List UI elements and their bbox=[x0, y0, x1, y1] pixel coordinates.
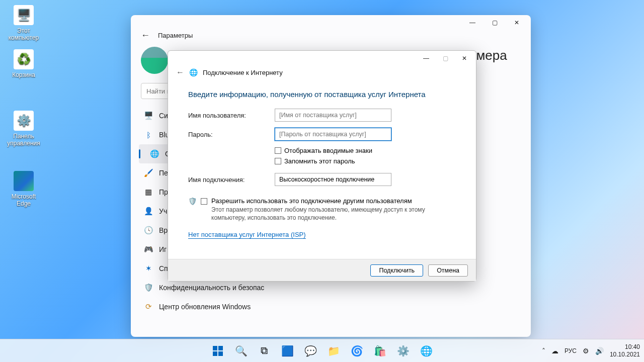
tray-chevron-up-icon[interactable]: ˄ bbox=[542, 347, 545, 355]
gear-icon: ⚙️ bbox=[397, 345, 410, 357]
desktop-icon-edge[interactable]: Microsoft Edge bbox=[6, 171, 41, 207]
nav-label: Вр bbox=[159, 226, 168, 234]
update-icon: ⟳ bbox=[144, 302, 153, 311]
dialog-minimize-button[interactable]: — bbox=[417, 52, 436, 65]
folder-icon: 📁 bbox=[328, 345, 340, 357]
apps-icon: ▦ bbox=[144, 188, 153, 197]
taskbar-search-button[interactable]: 🔍 bbox=[231, 341, 251, 361]
allow-other-users-checkbox[interactable] bbox=[201, 198, 207, 205]
desktop-icon-label: Microsoft Edge bbox=[6, 193, 41, 207]
time-icon: 🕓 bbox=[144, 226, 153, 235]
settings-minimize-button[interactable]: — bbox=[461, 16, 484, 30]
dialog-title: Подключение к Интернету bbox=[203, 69, 283, 76]
nav-label: Пе bbox=[159, 169, 168, 177]
no-isp-link[interactable]: Нет поставщика услуг Интернета (ISP) bbox=[188, 231, 306, 239]
dialog-back-button[interactable]: ← bbox=[176, 68, 184, 77]
password-input[interactable] bbox=[275, 128, 391, 141]
settings-maximize-button[interactable]: ▢ bbox=[484, 16, 506, 30]
remember-password-checkbox[interactable] bbox=[275, 158, 281, 164]
nav-label: Си bbox=[159, 112, 168, 120]
edge-icon bbox=[14, 171, 34, 191]
clock-date: 10.10.2021 bbox=[610, 351, 640, 358]
nav-label: Пр bbox=[159, 188, 168, 196]
bluetooth-icon: ᛒ bbox=[144, 131, 153, 139]
clock-time: 10:40 bbox=[610, 343, 640, 350]
volume-icon[interactable]: 🔊 bbox=[595, 347, 604, 355]
settings-back-button[interactable]: ← bbox=[141, 30, 150, 41]
allow-other-users-description: Этот параметр позволяет любому пользоват… bbox=[211, 206, 456, 222]
username-label: Имя пользователя: bbox=[188, 112, 275, 119]
start-button[interactable] bbox=[208, 341, 228, 361]
nav-label: Уч bbox=[159, 207, 167, 215]
desktop-icon-control-panel[interactable]: ⚙️ Панель управления bbox=[6, 111, 41, 147]
user-avatar[interactable] bbox=[141, 47, 168, 74]
privacy-icon: 🛡️ bbox=[144, 283, 153, 292]
network-taskbar-button[interactable]: 🌐 bbox=[416, 341, 436, 361]
settings-taskbar-button[interactable]: ⚙️ bbox=[393, 341, 413, 361]
search-icon: 🔍 bbox=[235, 345, 248, 357]
recycle-bin-icon: ♻️ bbox=[14, 49, 34, 69]
accessibility-icon: ✶ bbox=[144, 264, 153, 273]
windows-icon bbox=[213, 346, 223, 356]
widgets-button[interactable]: 🟦 bbox=[277, 341, 297, 361]
dialog-close-button[interactable]: ✕ bbox=[455, 52, 474, 65]
wifi-icon[interactable]: ⚙ bbox=[583, 347, 589, 355]
nav-label: Конфиденциальность и безопас bbox=[159, 284, 264, 292]
widgets-icon: 🟦 bbox=[281, 345, 294, 357]
taskbar-clock[interactable]: 10:40 10.10.2021 bbox=[610, 343, 640, 358]
nav-label: Центр обновления Windows bbox=[159, 303, 251, 311]
chat-button[interactable]: 💬 bbox=[300, 341, 320, 361]
cancel-button[interactable]: Отмена bbox=[428, 264, 468, 277]
control-panel-icon: ⚙️ bbox=[14, 111, 34, 131]
password-label: Пароль: bbox=[188, 131, 275, 138]
desktop-icon-label: Корзина bbox=[6, 71, 41, 78]
taskbar: 🔍 ⧉ 🟦 💬 📁 🌀 🛍️ ⚙️ 🌐 ˄ ☁ РУС ⚙ 🔊 10:40 10… bbox=[0, 339, 644, 362]
connection-name-label: Имя подключения: bbox=[188, 176, 275, 184]
chat-icon: 💬 bbox=[304, 345, 317, 357]
brush-icon: 🖌️ bbox=[144, 168, 153, 177]
dialog-maximize-button: ▢ bbox=[436, 52, 455, 65]
globe-icon: 🌐 bbox=[420, 345, 433, 357]
settings-titlebar: — ▢ ✕ bbox=[131, 15, 531, 30]
task-view-icon: ⧉ bbox=[261, 345, 268, 356]
onedrive-icon[interactable]: ☁ bbox=[551, 347, 558, 355]
edge-icon: 🌀 bbox=[351, 345, 363, 357]
desktop-icon-recycle-bin[interactable]: ♻️ Корзина bbox=[6, 49, 41, 78]
system-icon: 🖥️ bbox=[144, 111, 153, 120]
nav-label: Иг bbox=[159, 245, 167, 253]
search-placeholder: Найти п bbox=[146, 87, 171, 95]
pc-icon: 🖥️ bbox=[14, 5, 34, 25]
desktop-icon-label: Панель управления bbox=[6, 133, 41, 147]
connection-name-input[interactable] bbox=[275, 173, 391, 186]
store-icon: 🛍️ bbox=[374, 345, 386, 357]
remember-password-label: Запомнить этот пароль bbox=[284, 157, 355, 165]
globe-icon: 🌐 bbox=[189, 68, 198, 76]
gaming-icon: 🎮 bbox=[144, 245, 153, 254]
explorer-button[interactable]: 📁 bbox=[324, 341, 344, 361]
show-chars-label: Отображать вводимые знаки bbox=[284, 147, 372, 154]
username-input[interactable] bbox=[275, 109, 391, 122]
desktop-icon-label: Этот компьютер bbox=[6, 27, 41, 41]
dialog-titlebar: — ▢ ✕ bbox=[168, 51, 476, 66]
settings-title: Параметры bbox=[158, 32, 193, 39]
nav-windows-update[interactable]: ⟳Центр обновления Windows bbox=[139, 297, 285, 316]
show-chars-checkbox[interactable] bbox=[275, 147, 281, 154]
connect-button[interactable]: Подключить bbox=[370, 264, 423, 277]
task-view-button[interactable]: ⧉ bbox=[254, 341, 274, 361]
network-icon: 🌐 bbox=[150, 149, 159, 158]
accounts-icon: 👤 bbox=[144, 207, 153, 216]
store-button[interactable]: 🛍️ bbox=[370, 341, 390, 361]
desktop-icon-this-pc[interactable]: 🖥️ Этот компьютер bbox=[6, 5, 41, 41]
allow-other-users-label: Разрешить использовать это подключение д… bbox=[211, 197, 456, 205]
shield-icon: 🛡️ bbox=[188, 197, 197, 222]
edge-button[interactable]: 🌀 bbox=[347, 341, 367, 361]
settings-close-button[interactable]: ✕ bbox=[506, 16, 528, 30]
language-indicator[interactable]: РУС bbox=[565, 347, 577, 354]
dialog-instruction: Введите информацию, полученную от постав… bbox=[188, 90, 456, 99]
internet-connection-dialog: — ▢ ✕ ← 🌐 Подключение к Интернету Введит… bbox=[168, 50, 476, 282]
